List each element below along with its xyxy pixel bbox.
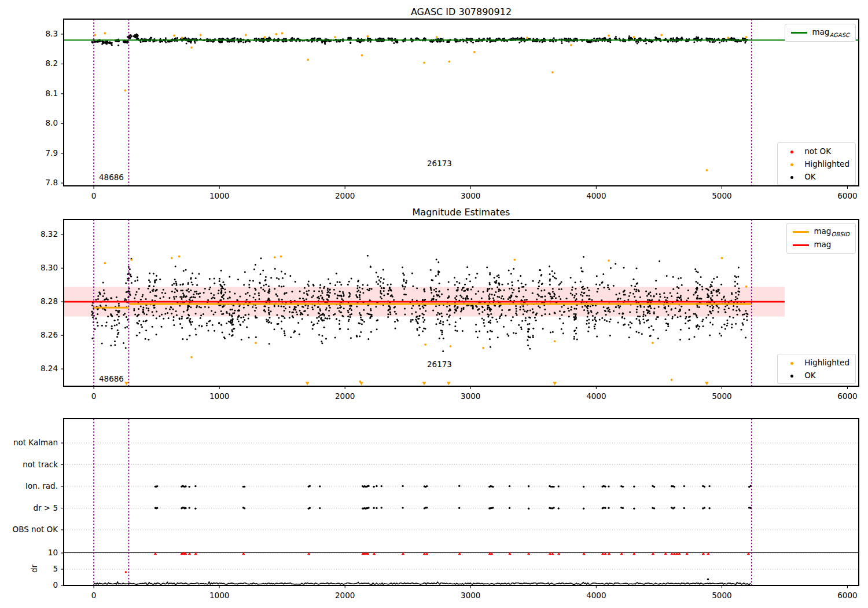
panel2-title: Magnitude Estimates <box>317 207 606 218</box>
panel3-frame <box>64 419 859 585</box>
panel1-xtick-3000: 3000 <box>450 191 491 200</box>
panel3-xtick-2000: 2000 <box>325 591 365 600</box>
panel2-ytick-8.26: 8.26 <box>0 330 58 339</box>
panel1-highlighted-points <box>94 32 747 171</box>
panel2-ytick-8.28: 8.28 <box>0 296 58 306</box>
panel2-line-legend: magOBSID mag <box>786 223 856 254</box>
highlighted-dot-icon <box>784 358 800 367</box>
annotation-obsid-48686: 48686 <box>99 173 124 182</box>
legend-entry-mag-obsid: magOBSID <box>793 226 849 237</box>
panel2-ytick-8.24: 8.24 <box>0 364 58 373</box>
legend-label-mag-agasc: magAGASC <box>812 27 849 38</box>
plot-canvas <box>0 0 868 608</box>
legend-label-not-ok: not OK <box>804 146 831 156</box>
legend-entry-ok: OK <box>784 171 849 182</box>
panel1-line-legend: magAGASC <box>785 24 856 42</box>
panel3-xtick-0: 0 <box>73 591 114 600</box>
annotation-obsid-26173: 26173 <box>427 360 452 369</box>
panel1-ytick-7.9: 7.9 <box>0 148 58 158</box>
panel2-xtick-5000: 5000 <box>701 391 742 401</box>
panel1-title: AGASC ID 307890912 <box>317 6 606 17</box>
not-ok-dot-icon <box>784 146 800 156</box>
panel3-xtick-5000: 5000 <box>701 591 742 600</box>
panel1-xtick-2000: 2000 <box>325 191 365 200</box>
panel2-ytick-8.30: 8.30 <box>0 263 58 272</box>
legend-label-mag-obsid: magOBSID <box>814 226 849 237</box>
panel3-gridlines <box>64 443 859 585</box>
legend-entry-mag-agasc: magAGASC <box>791 27 849 38</box>
panel3-event-points <box>155 485 752 510</box>
panel3-xtick-3000: 3000 <box>450 591 491 600</box>
category-label-ion-rad-: Ion. rad. <box>0 481 58 490</box>
dr-tick-0: 0 <box>0 580 58 589</box>
panel3-xtick-1000: 1000 <box>199 591 240 600</box>
category-label-not-kalman: not Kalman <box>0 438 58 447</box>
category-label-dr-5: dr > 5 <box>0 503 58 512</box>
panel3-xtick-6000: 6000 <box>827 591 867 600</box>
panel1-xtick-1000: 1000 <box>199 191 240 200</box>
figure: AGASC ID 307890912 Magnitude Estimates m… <box>0 0 868 608</box>
dr-trace <box>94 582 751 584</box>
dr-tick-10: 10 <box>0 548 58 557</box>
panel2-xtick-4000: 4000 <box>576 391 616 401</box>
ok-dot-icon <box>784 371 800 380</box>
panel2-marker-legend: Highlighted OK <box>777 354 856 384</box>
panel2-clip-markers <box>124 382 709 386</box>
dr-tick-5: 5 <box>0 564 58 573</box>
category-label-obs-not-ok: OBS not OK <box>0 525 58 534</box>
legend-label-ok: OK <box>804 172 815 181</box>
legend-entry-mag: mag <box>793 240 849 251</box>
ok-dot-icon <box>784 172 800 181</box>
panel2-ytick-8.32: 8.32 <box>0 229 58 239</box>
panel1-obsid-vlines <box>94 19 752 186</box>
highlighted-dot-icon <box>784 159 800 169</box>
legend-label-mag: mag <box>814 240 831 251</box>
panel1-xtick-4000: 4000 <box>576 191 616 200</box>
panel1-ytick-8.1: 8.1 <box>0 89 58 98</box>
panel2-xtick-3000: 3000 <box>450 391 491 401</box>
panel1-xtick-5000: 5000 <box>701 191 742 200</box>
panel2-xtick-2000: 2000 <box>325 391 365 401</box>
panel1-xtick-6000: 6000 <box>827 191 867 200</box>
legend-entry-highlighted: Highlighted <box>784 159 849 169</box>
category-label-not-track: not track <box>0 460 58 469</box>
legend-entry-highlighted-2: Highlighted <box>784 357 849 368</box>
annotation-obsid-26173: 26173 <box>427 159 452 168</box>
legend-entry-ok-2: OK <box>784 370 849 380</box>
mag-obsid-line-swatch <box>793 231 809 233</box>
panel1-ytick-8.2: 8.2 <box>0 58 58 68</box>
panel3-obsid-vlines <box>94 419 752 585</box>
panel2-highlighted-points <box>104 255 747 383</box>
annotation-obsid-48686: 48686 <box>99 374 124 383</box>
panel1-frame <box>64 19 859 186</box>
panel2-xtick-1000: 1000 <box>199 391 240 401</box>
panel3-xtick-4000: 4000 <box>576 591 616 600</box>
dr-axis-label: dr <box>30 565 39 573</box>
panel1-ytick-7.8: 7.8 <box>0 178 58 187</box>
panel1-ytick-8.3: 8.3 <box>0 29 58 38</box>
mag-line-swatch <box>793 244 809 246</box>
legend-label-highlighted: Highlighted <box>804 159 849 169</box>
panel1-xtick-0: 0 <box>73 191 114 200</box>
panel2-xtick-0: 0 <box>73 391 114 401</box>
panel1-ytick-8.0: 8.0 <box>0 118 58 127</box>
legend-label-highlighted-2: Highlighted <box>804 358 849 367</box>
panel1-marker-legend: not OK Highlighted OK <box>777 142 856 185</box>
legend-label-ok-2: OK <box>804 371 815 380</box>
legend-entry-not-ok: not OK <box>784 146 849 156</box>
mag-agasc-line-swatch <box>791 32 807 34</box>
panel2-xtick-6000: 6000 <box>827 391 867 401</box>
